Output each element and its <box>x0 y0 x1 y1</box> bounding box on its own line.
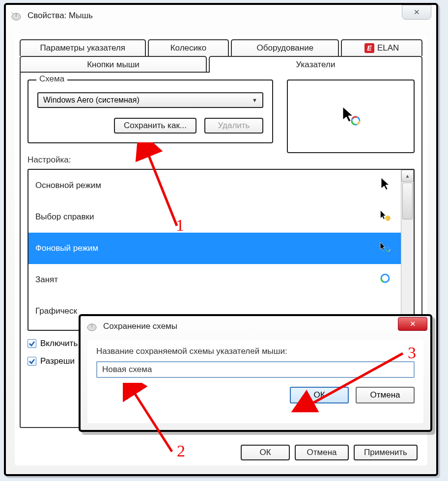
sub-title: Сохранение схемы <box>103 321 177 331</box>
titlebar: Свойства: Мышь ✕ <box>6 5 436 27</box>
cursor-help-icon: ? <box>376 208 394 225</box>
scroll-thumb[interactable] <box>402 183 413 219</box>
close-icon: ✕ <box>410 320 416 328</box>
scheme-combobox[interactable]: Windows Aero (системная) ▼ <box>37 92 263 108</box>
sub-label: Название сохраняемой схемы указателей мы… <box>96 347 415 356</box>
checkbox-icon <box>28 357 36 366</box>
tab-row-bottom: Кнопки мыши Указатели <box>20 56 422 73</box>
sub-ok-button[interactable]: ОК <box>290 387 349 403</box>
save-as-button[interactable]: Сохранить как... <box>114 118 196 134</box>
close-icon: ✕ <box>414 8 420 17</box>
sub-titlebar: Сохранение схемы ✕ <box>81 316 430 337</box>
delete-button: Удалить <box>204 118 263 134</box>
cursor-busy-icon <box>376 271 394 288</box>
tab-buttons[interactable]: Кнопки мыши <box>20 56 207 73</box>
scheme-selected-value: Windows Aero (системная) <box>43 96 140 105</box>
tab-row-top: Параметры указателя Колесико Оборудовани… <box>20 39 422 56</box>
list-item[interactable]: Занят <box>28 264 401 295</box>
list-item[interactable]: Основной режим <box>28 170 401 201</box>
mouse-icon <box>85 321 98 332</box>
window-title: Свойства: Мышь <box>28 11 93 21</box>
mouse-icon <box>10 10 23 21</box>
svg-text:?: ? <box>387 216 389 221</box>
tab-pointers-active[interactable]: Указатели <box>209 56 422 73</box>
scheme-group-label: Схема <box>36 74 67 84</box>
scheme-name-input[interactable] <box>96 361 415 378</box>
cancel-button[interactable]: Отмена <box>295 445 349 460</box>
checkbox-icon <box>28 339 36 348</box>
cursor-arrow-icon <box>376 177 394 194</box>
settings-label: Настройка: <box>28 155 415 165</box>
tab-pointer-params[interactable]: Параметры указателя <box>20 39 146 56</box>
ok-button[interactable]: ОК <box>241 445 290 460</box>
sub-cancel-button[interactable]: Отмена <box>356 387 415 403</box>
window-close-button[interactable]: ✕ <box>402 5 431 20</box>
scroll-up-button[interactable]: ▲ <box>401 170 414 182</box>
sub-body: Название сохраняемой схемы указателей мы… <box>87 340 423 423</box>
cursor-arrow-busy-icon <box>340 105 362 128</box>
tab-wheel[interactable]: Колесико <box>148 39 229 56</box>
tab-elan[interactable]: E ELAN <box>341 39 422 56</box>
elan-icon: E <box>364 43 374 53</box>
list-item-selected[interactable]: Фоновый режим <box>28 233 401 264</box>
sub-close-button[interactable]: ✕ <box>398 317 427 331</box>
chevron-down-icon: ▼ <box>252 97 257 103</box>
save-scheme-dialog: Сохранение схемы ✕ Название сохраняемой … <box>79 314 432 432</box>
list-scrollbar[interactable]: ▲ ▼ <box>401 170 414 330</box>
scheme-groupbox: Схема Windows Aero (системная) ▼ Сохрани… <box>28 80 273 143</box>
cursor-arrow-busy-icon <box>376 240 394 257</box>
list-item[interactable]: Выбор справки ? <box>28 201 401 233</box>
apply-button[interactable]: Применить <box>354 445 418 460</box>
cursor-preview <box>287 80 415 153</box>
cursor-list: Основной режим Выбор справки ? Фоновый р… <box>28 169 415 331</box>
tab-hardware[interactable]: Оборудование <box>231 39 339 56</box>
dialog-button-bar: ОК Отмена Применить <box>241 445 418 460</box>
